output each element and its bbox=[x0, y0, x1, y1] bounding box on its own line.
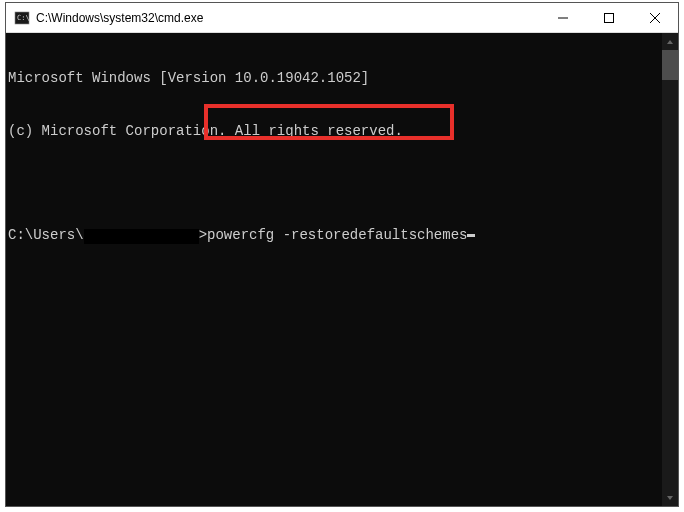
window-title: C:\Windows\system32\cmd.exe bbox=[36, 11, 540, 25]
prompt-suffix: > bbox=[199, 227, 207, 245]
window-controls bbox=[540, 3, 678, 32]
titlebar[interactable]: C:\ C:\Windows\system32\cmd.exe bbox=[6, 3, 678, 33]
close-button[interactable] bbox=[632, 3, 678, 32]
cmd-window: C:\ C:\Windows\system32\cmd.exe Microsof… bbox=[5, 2, 679, 507]
console-line-version: Microsoft Windows [Version 10.0.19042.10… bbox=[8, 70, 660, 88]
cmd-icon: C:\ bbox=[14, 10, 30, 26]
cursor bbox=[467, 234, 475, 237]
console-line-copyright: (c) Microsoft Corporation. All rights re… bbox=[8, 123, 660, 141]
scroll-up-button[interactable] bbox=[662, 33, 678, 50]
scroll-down-button[interactable] bbox=[662, 489, 678, 506]
svg-text:C:\: C:\ bbox=[17, 14, 30, 22]
console-area: Microsoft Windows [Version 10.0.19042.10… bbox=[6, 33, 678, 506]
scroll-thumb[interactable] bbox=[662, 50, 678, 80]
maximize-button[interactable] bbox=[586, 3, 632, 32]
console-prompt-line: C:\Users\>powercfg -restoredefaultscheme… bbox=[8, 227, 660, 245]
svg-rect-3 bbox=[605, 13, 614, 22]
redacted-username bbox=[84, 229, 199, 244]
scroll-track[interactable] bbox=[662, 50, 678, 489]
console-blank bbox=[8, 175, 660, 192]
svg-marker-6 bbox=[667, 40, 673, 44]
svg-marker-7 bbox=[667, 496, 673, 500]
console-content[interactable]: Microsoft Windows [Version 10.0.19042.10… bbox=[6, 33, 662, 506]
vertical-scrollbar[interactable] bbox=[662, 33, 678, 506]
prompt-prefix: C:\Users\ bbox=[8, 227, 84, 245]
minimize-button[interactable] bbox=[540, 3, 586, 32]
command-text: powercfg -restoredefaultschemes bbox=[207, 227, 467, 245]
